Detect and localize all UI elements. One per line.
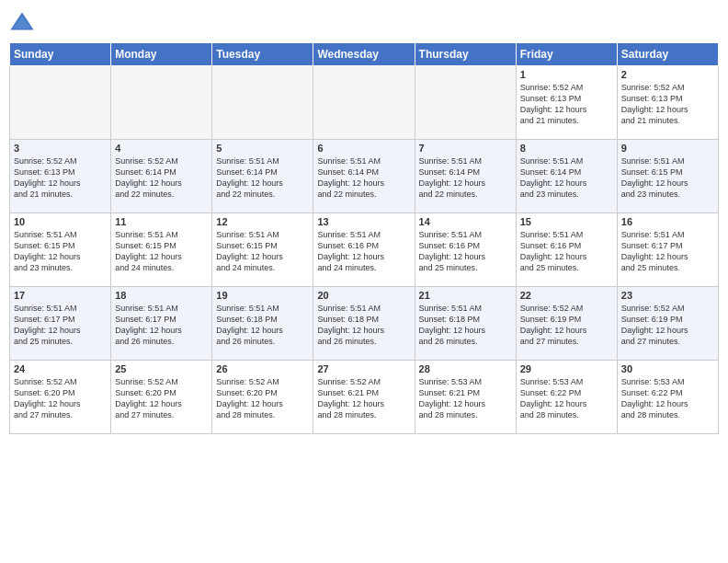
calendar-day-17: 17Sunrise: 5:51 AM Sunset: 6:17 PM Dayli… [10,287,111,361]
calendar-day-10: 10Sunrise: 5:51 AM Sunset: 6:15 PM Dayli… [10,213,111,287]
day-info: Sunrise: 5:52 AM Sunset: 6:14 PM Dayligh… [115,155,208,201]
day-info: Sunrise: 5:51 AM Sunset: 6:14 PM Dayligh… [216,155,309,201]
calendar-day-1: 1Sunrise: 5:52 AM Sunset: 6:13 PM Daylig… [516,66,617,140]
day-info: Sunrise: 5:53 AM Sunset: 6:21 PM Dayligh… [419,376,512,421]
calendar-day-7: 7Sunrise: 5:51 AM Sunset: 6:14 PM Daylig… [415,140,516,213]
day-info: Sunrise: 5:52 AM Sunset: 6:13 PM Dayligh… [621,82,714,127]
calendar-day-11: 11Sunrise: 5:51 AM Sunset: 6:15 PM Dayli… [111,213,212,287]
day-number: 28 [419,363,512,374]
calendar-day-19: 19Sunrise: 5:51 AM Sunset: 6:18 PM Dayli… [212,287,313,361]
day-number: 22 [520,290,613,301]
calendar-day-13: 13Sunrise: 5:51 AM Sunset: 6:16 PM Dayli… [313,213,415,287]
day-info: Sunrise: 5:51 AM Sunset: 6:14 PM Dayligh… [520,155,613,201]
calendar-day-23: 23Sunrise: 5:52 AM Sunset: 6:19 PM Dayli… [617,287,718,361]
day-header-sunday: Sunday [10,43,111,66]
calendar-header-row: SundayMondayTuesdayWednesdayThursdayFrid… [10,43,719,66]
day-number: 20 [317,290,410,301]
day-info: Sunrise: 5:52 AM Sunset: 6:20 PM Dayligh… [14,376,107,421]
calendar-day-14: 14Sunrise: 5:51 AM Sunset: 6:16 PM Dayli… [415,213,516,287]
calendar-empty [415,66,516,140]
day-number: 26 [216,363,309,374]
calendar-day-16: 16Sunrise: 5:51 AM Sunset: 6:17 PM Dayli… [617,213,718,287]
day-number: 11 [115,216,208,227]
day-number: 6 [317,143,410,154]
day-info: Sunrise: 5:51 AM Sunset: 6:17 PM Dayligh… [115,303,208,348]
calendar-table: SundayMondayTuesdayWednesdayThursdayFrid… [9,42,719,434]
calendar-day-24: 24Sunrise: 5:52 AM Sunset: 6:20 PM Dayli… [10,361,111,434]
calendar-empty [10,66,111,140]
day-info: Sunrise: 5:51 AM Sunset: 6:15 PM Dayligh… [14,229,107,274]
day-number: 14 [419,216,512,227]
day-info: Sunrise: 5:51 AM Sunset: 6:15 PM Dayligh… [115,229,208,274]
day-info: Sunrise: 5:53 AM Sunset: 6:22 PM Dayligh… [520,376,613,421]
calendar-day-2: 2Sunrise: 5:52 AM Sunset: 6:13 PM Daylig… [617,66,718,140]
day-number: 9 [621,143,714,154]
day-number: 15 [520,216,613,227]
page-header [9,9,719,35]
calendar-day-27: 27Sunrise: 5:52 AM Sunset: 6:21 PM Dayli… [313,361,415,434]
calendar-day-9: 9Sunrise: 5:51 AM Sunset: 6:15 PM Daylig… [617,140,718,213]
day-info: Sunrise: 5:52 AM Sunset: 6:19 PM Dayligh… [621,303,714,348]
logo-icon [9,9,35,35]
day-number: 21 [419,290,512,301]
day-header-tuesday: Tuesday [212,43,313,66]
day-number: 16 [621,216,714,227]
calendar-day-25: 25Sunrise: 5:52 AM Sunset: 6:20 PM Dayli… [111,361,212,434]
calendar-day-18: 18Sunrise: 5:51 AM Sunset: 6:17 PM Dayli… [111,287,212,361]
calendar-empty [111,66,212,140]
day-info: Sunrise: 5:51 AM Sunset: 6:15 PM Dayligh… [216,229,309,274]
calendar-day-30: 30Sunrise: 5:53 AM Sunset: 6:22 PM Dayli… [617,361,718,434]
day-info: Sunrise: 5:52 AM Sunset: 6:13 PM Dayligh… [14,155,107,201]
day-info: Sunrise: 5:52 AM Sunset: 6:21 PM Dayligh… [317,376,410,421]
day-number: 30 [621,363,714,374]
day-header-wednesday: Wednesday [313,43,415,66]
calendar-day-20: 20Sunrise: 5:51 AM Sunset: 6:18 PM Dayli… [313,287,415,361]
day-info: Sunrise: 5:52 AM Sunset: 6:20 PM Dayligh… [115,376,208,421]
day-info: Sunrise: 5:51 AM Sunset: 6:15 PM Dayligh… [621,155,714,201]
calendar-day-6: 6Sunrise: 5:51 AM Sunset: 6:14 PM Daylig… [313,140,415,213]
calendar-week-5: 24Sunrise: 5:52 AM Sunset: 6:20 PM Dayli… [10,361,719,434]
day-info: Sunrise: 5:52 AM Sunset: 6:13 PM Dayligh… [520,82,613,127]
calendar-day-22: 22Sunrise: 5:52 AM Sunset: 6:19 PM Dayli… [516,287,617,361]
day-info: Sunrise: 5:51 AM Sunset: 6:17 PM Dayligh… [621,229,714,274]
day-number: 2 [621,69,714,80]
logo [9,9,39,35]
day-number: 27 [317,363,410,374]
day-number: 10 [14,216,107,227]
day-info: Sunrise: 5:51 AM Sunset: 6:16 PM Dayligh… [520,229,613,274]
calendar-day-15: 15Sunrise: 5:51 AM Sunset: 6:16 PM Dayli… [516,213,617,287]
day-number: 8 [520,143,613,154]
calendar-day-28: 28Sunrise: 5:53 AM Sunset: 6:21 PM Dayli… [415,361,516,434]
day-number: 25 [115,363,208,374]
day-header-thursday: Thursday [415,43,516,66]
day-info: Sunrise: 5:51 AM Sunset: 6:16 PM Dayligh… [317,229,410,274]
day-info: Sunrise: 5:51 AM Sunset: 6:16 PM Dayligh… [419,229,512,274]
calendar-week-2: 3Sunrise: 5:52 AM Sunset: 6:13 PM Daylig… [10,140,719,213]
day-number: 17 [14,290,107,301]
day-number: 3 [14,143,107,154]
day-header-saturday: Saturday [617,43,718,66]
calendar-day-8: 8Sunrise: 5:51 AM Sunset: 6:14 PM Daylig… [516,140,617,213]
day-number: 13 [317,216,410,227]
day-header-monday: Monday [111,43,212,66]
calendar-empty [313,66,415,140]
calendar-day-3: 3Sunrise: 5:52 AM Sunset: 6:13 PM Daylig… [10,140,111,213]
day-info: Sunrise: 5:51 AM Sunset: 6:17 PM Dayligh… [14,303,107,348]
day-info: Sunrise: 5:51 AM Sunset: 6:18 PM Dayligh… [216,303,309,348]
day-number: 24 [14,363,107,374]
calendar-week-3: 10Sunrise: 5:51 AM Sunset: 6:15 PM Dayli… [10,213,719,287]
day-info: Sunrise: 5:53 AM Sunset: 6:22 PM Dayligh… [621,376,714,421]
day-number: 23 [621,290,714,301]
day-info: Sunrise: 5:52 AM Sunset: 6:19 PM Dayligh… [520,303,613,348]
calendar-day-5: 5Sunrise: 5:51 AM Sunset: 6:14 PM Daylig… [212,140,313,213]
day-info: Sunrise: 5:51 AM Sunset: 6:18 PM Dayligh… [317,303,410,348]
calendar-day-29: 29Sunrise: 5:53 AM Sunset: 6:22 PM Dayli… [516,361,617,434]
day-info: Sunrise: 5:52 AM Sunset: 6:20 PM Dayligh… [216,376,309,421]
day-number: 19 [216,290,309,301]
day-header-friday: Friday [516,43,617,66]
day-number: 29 [520,363,613,374]
day-number: 5 [216,143,309,154]
day-number: 12 [216,216,309,227]
calendar-day-4: 4Sunrise: 5:52 AM Sunset: 6:14 PM Daylig… [111,140,212,213]
calendar-day-21: 21Sunrise: 5:51 AM Sunset: 6:18 PM Dayli… [415,287,516,361]
